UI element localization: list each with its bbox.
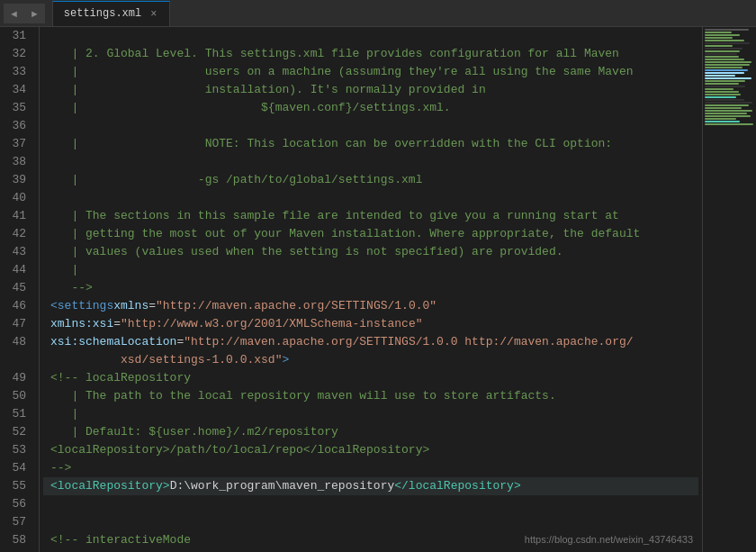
tab-title: settings.xml: [64, 7, 141, 20]
line-number: 45: [4, 279, 32, 297]
line-number: 43: [4, 243, 32, 261]
minimap: [702, 27, 756, 552]
line-number: 56: [4, 495, 32, 513]
line-number: 47: [4, 315, 32, 333]
minimap-line: [705, 110, 752, 112]
line-number: 48: [4, 333, 32, 351]
minimap-line: [705, 50, 740, 52]
code-line: [43, 27, 698, 45]
line-number: 32: [4, 45, 32, 63]
code-line: |: [43, 405, 698, 423]
minimap-line: [705, 72, 744, 74]
line-number: 44: [4, 261, 32, 279]
line-number: 34: [4, 81, 32, 99]
minimap-line: [705, 77, 752, 79]
code-line: <localRepository>/path/to/local/repo</lo…: [43, 441, 698, 459]
line-number: 53: [4, 441, 32, 459]
minimap-line: [705, 118, 736, 120]
minimap-line: [705, 45, 733, 47]
code-line: [43, 513, 698, 531]
code-line: | The sections in this sample file are i…: [43, 207, 698, 225]
code-line: <!-- localRepository: [43, 369, 698, 387]
code-line: | getting the most out of your Maven ins…: [43, 225, 698, 243]
code-line: xmlns:xsi="http://www.w3.org/2001/XMLSch…: [43, 315, 698, 333]
code-line: [43, 495, 698, 513]
minimap-line: [705, 83, 739, 85]
code-line: xsi:schemaLocation="http://maven.apache.…: [43, 333, 698, 351]
code-area[interactable]: | 2. Global Level. This settings.xml fil…: [40, 27, 702, 552]
code-line: | values (values used when the setting i…: [43, 243, 698, 261]
line-number: 49: [4, 369, 32, 387]
line-number: 58: [4, 531, 32, 549]
line-number: 41: [4, 207, 32, 225]
line-number: 51: [4, 405, 32, 423]
minimap-line: [705, 88, 734, 90]
line-number: 50: [4, 387, 32, 405]
code-line: | ${maven.conf}/settings.xml.: [43, 99, 698, 117]
file-tab[interactable]: settings.xml ×: [52, 1, 170, 26]
line-number: 37: [4, 135, 32, 153]
minimap-line: [705, 53, 737, 55]
minimap-line: [705, 123, 753, 125]
editor-container: 3132333435363738394041424344454647484950…: [0, 27, 756, 552]
line-number: 42: [4, 225, 32, 243]
minimap-line: [705, 94, 741, 95]
line-number: 35: [4, 99, 32, 117]
line-number: 36: [4, 117, 32, 135]
code-line: [43, 189, 698, 207]
line-number: 39: [4, 171, 32, 189]
minimap-line: [705, 113, 747, 114]
line-number: 40: [4, 189, 32, 207]
minimap-line: [705, 121, 740, 122]
line-number: 46: [4, 297, 32, 315]
minimap-line: [705, 86, 745, 87]
line-number: 52: [4, 423, 32, 441]
code-line: xsd/settings-1.0.0.xsd">: [43, 351, 698, 369]
minimap-line: [705, 69, 748, 71]
minimap-line: [705, 75, 735, 77]
minimap-line: [705, 80, 745, 82]
line-numbers: 3132333435363738394041424344454647484950…: [0, 27, 40, 552]
code-line: | installation). It's normally provided …: [43, 81, 698, 99]
minimap-line: [705, 115, 751, 117]
back-button[interactable]: ◄: [4, 4, 24, 23]
line-number: 38: [4, 153, 32, 171]
minimap-line: [705, 107, 742, 109]
minimap-line: [705, 91, 739, 93]
minimap-line: [705, 67, 742, 68]
minimap-line: [705, 99, 744, 101]
minimap-line: [705, 104, 749, 106]
line-number: 54: [4, 459, 32, 477]
line-number: 31: [4, 27, 32, 45]
watermark: https://blog.csdn.net/weixin_43746433: [525, 534, 693, 545]
title-bar: ◄ ► settings.xml ×: [0, 0, 756, 27]
code-line: | NOTE: This location can be overridden …: [43, 135, 698, 153]
code-line: |: [43, 261, 698, 279]
minimap-line: [705, 64, 750, 66]
line-number: 33: [4, 63, 32, 81]
minimap-line: [705, 29, 749, 31]
minimap-line: [705, 56, 739, 58]
line-number: [4, 351, 32, 369]
line-number: 57: [4, 513, 32, 531]
code-line: <settings xmlns="http://maven.apache.org…: [43, 297, 698, 315]
code-line: [43, 117, 698, 135]
code-line: -->: [43, 279, 698, 297]
code-line: | -gs /path/to/global/settings.xml: [43, 171, 698, 189]
minimap-line: [705, 32, 732, 33]
code-line: | The path to the local repository maven…: [43, 387, 698, 405]
minimap-line: [705, 96, 736, 98]
code-line: [43, 153, 698, 171]
code-line: | 2. Global Level. This settings.xml fil…: [43, 45, 698, 63]
minimap-line: [705, 61, 752, 63]
tab-close-button[interactable]: ×: [148, 7, 158, 20]
minimap-line: [705, 42, 750, 44]
minimap-line: [705, 59, 744, 60]
minimap-line: [705, 34, 740, 36]
minimap-line: [705, 37, 733, 39]
forward-button[interactable]: ►: [24, 4, 45, 23]
code-line: <localRepository>D:\work_program\maven_r…: [43, 477, 698, 495]
code-line: | Default: ${user.home}/.m2/repository: [43, 423, 698, 441]
nav-arrows: ◄ ►: [4, 4, 45, 23]
minimap-line: [705, 48, 742, 50]
